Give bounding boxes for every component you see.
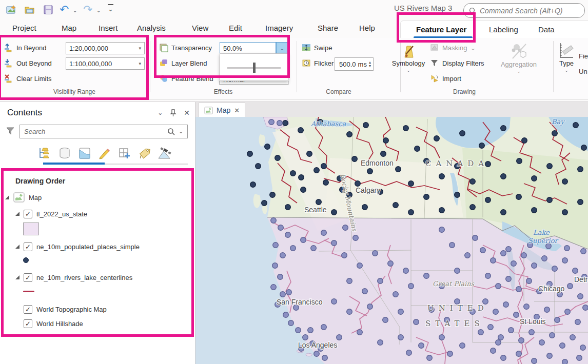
layer-world-topographic-map[interactable]: ✓ World Topographic Map xyxy=(0,302,195,316)
import-button[interactable]: Import xyxy=(430,74,461,83)
display-filters-button[interactable]: Display Filters xyxy=(430,58,484,68)
contents-search-input[interactable]: Search ⌄ xyxy=(19,125,188,138)
populated-place-point xyxy=(578,294,583,299)
populated-place-point xyxy=(285,232,291,238)
redo-icon[interactable]: ↷ xyxy=(83,3,92,16)
layer-checkbox[interactable]: ✓ xyxy=(24,242,32,251)
populated-place-point xyxy=(277,120,283,126)
transparency-slider-thumb[interactable] xyxy=(253,63,256,73)
polygon-symbol-row[interactable] xyxy=(0,221,195,236)
expander-icon[interactable] xyxy=(5,195,9,199)
populated-place-point xyxy=(347,132,352,137)
populated-place-point xyxy=(269,119,275,125)
layer-checkbox[interactable]: ✓ xyxy=(24,273,32,282)
transparency-dropdown-button[interactable]: ⌄ xyxy=(276,42,288,54)
line-symbol-row[interactable] xyxy=(0,285,195,298)
flicker-duration-spinner[interactable]: 500.0 ms ▴▾ xyxy=(335,57,374,71)
open-project-icon[interactable] xyxy=(25,5,35,15)
layer-blend-control[interactable]: Layer Blend xyxy=(159,58,207,68)
redo-dropdown-icon[interactable]: ⌄ xyxy=(96,8,101,13)
transparency-control[interactable]: Transparency xyxy=(159,43,212,52)
expander-icon[interactable] xyxy=(15,212,19,216)
layer-checkbox[interactable]: ✓ xyxy=(24,305,32,314)
populated-place-point xyxy=(547,353,553,359)
point-symbol-row[interactable] xyxy=(0,254,195,266)
polygon-symbol-swatch[interactable] xyxy=(23,223,39,235)
list-by-snapping-tab[interactable] xyxy=(117,146,132,160)
layer-ne-10m-populated-places[interactable]: ✓ ne_10m_populated_places_simple xyxy=(0,239,195,254)
out-beyond-combobox[interactable]: 1:100,000,000▾ xyxy=(66,57,145,70)
transparency-combobox[interactable]: 50.0% xyxy=(220,42,276,54)
tab-help[interactable]: Help xyxy=(359,24,375,32)
list-by-perspective-tab[interactable] xyxy=(157,146,172,160)
undo-dropdown-icon[interactable]: ⌄ xyxy=(73,8,77,13)
map-canvas[interactable]: AthabascaBayEdmontonCANADACalgaryRocky M… xyxy=(195,117,588,364)
list-by-drawing-order-tab[interactable] xyxy=(37,146,52,160)
map-view-tab[interactable]: Map ✕ xyxy=(199,103,245,117)
populated-place-point xyxy=(331,299,337,305)
masking-button[interactable]: Masking ⌄ xyxy=(430,43,476,52)
feature-blend-control[interactable]: Feature Blend xyxy=(159,74,213,83)
spinner-down-icon[interactable]: ▾ xyxy=(369,64,371,68)
line-symbol-swatch[interactable] xyxy=(23,291,34,292)
populated-place-point xyxy=(363,123,369,128)
out-beyond-label: Out Beyond xyxy=(16,59,52,67)
expander-icon[interactable] xyxy=(15,245,19,249)
tab-map[interactable]: Map xyxy=(62,24,76,32)
in-beyond-button[interactable]: In Beyond xyxy=(4,43,47,52)
pane-options-chevron-icon[interactable]: ⌄ xyxy=(158,109,163,116)
expander-icon[interactable] xyxy=(15,275,19,279)
close-view-icon[interactable]: ✕ xyxy=(234,107,240,114)
search-options-chevron-icon[interactable]: ⌄ xyxy=(179,129,183,134)
clear-limits-button[interactable]: Clear Limits xyxy=(4,74,52,83)
save-project-icon[interactable] xyxy=(43,5,53,15)
list-by-labeling-tab[interactable] xyxy=(137,146,152,160)
tab-share[interactable]: Share xyxy=(318,24,338,32)
populated-place-point xyxy=(514,312,519,318)
layer-world-hillshade[interactable]: ✓ World Hillshade xyxy=(0,316,195,331)
tab-view[interactable]: View xyxy=(192,24,208,32)
layer-checkbox[interactable]: ✓ xyxy=(24,210,32,218)
new-project-icon[interactable] xyxy=(6,5,16,15)
drawing-order-heading: Drawing Order xyxy=(15,177,195,185)
tab-project[interactable]: Project xyxy=(12,24,36,32)
list-by-selection-tab[interactable] xyxy=(77,146,92,160)
map-tree-item[interactable]: Map xyxy=(0,190,195,205)
customize-quick-access-icon[interactable]: ⌄ xyxy=(108,4,113,13)
swipe-button[interactable]: Swipe xyxy=(302,43,332,52)
out-beyond-button[interactable]: Out Beyond xyxy=(4,58,52,68)
populated-place-point xyxy=(308,328,313,333)
tab-data[interactable]: Data xyxy=(538,25,555,34)
command-search[interactable]: Command Search (Alt+Q) xyxy=(463,3,585,18)
tab-insert[interactable]: Insert xyxy=(99,24,118,32)
aggregation-button[interactable]: Aggregation ⌄ xyxy=(497,42,541,74)
layer-label: World Hillshade xyxy=(36,320,83,328)
list-by-editing-tab[interactable] xyxy=(97,146,112,160)
tab-imagery[interactable]: Imagery xyxy=(265,24,293,32)
extrusion-type-button[interactable]: Type ⌄ xyxy=(555,42,578,73)
populated-place-point xyxy=(321,325,327,330)
layer-tl-2022-us-state[interactable]: ✓ tl_2022_us_state xyxy=(0,207,195,221)
symbology-button[interactable]: Symbology ⌄ xyxy=(390,42,427,73)
layer-ne-10m-rivers[interactable]: ✓ ne_10m_rivers_lake_centerlines xyxy=(0,270,195,285)
tab-analysis[interactable]: Analysis xyxy=(137,24,166,32)
group-label-effects: Effects xyxy=(180,88,267,95)
populated-place-point xyxy=(532,263,537,269)
populated-place-point xyxy=(485,273,491,279)
filter-icon[interactable] xyxy=(6,127,14,135)
list-by-data-source-tab[interactable] xyxy=(57,146,72,160)
populated-place-point xyxy=(542,256,547,261)
tab-edit[interactable]: Edit xyxy=(229,24,242,32)
tab-feature-layer[interactable]: Feature Layer xyxy=(416,25,466,34)
tab-labeling[interactable]: Labeling xyxy=(489,25,518,34)
populated-place-point xyxy=(517,158,522,164)
in-beyond-combobox[interactable]: 1:20,000,000▾ xyxy=(66,42,145,54)
populated-place-point xyxy=(529,330,535,335)
pin-icon[interactable] xyxy=(170,109,177,117)
flicker-button[interactable]: Flicker xyxy=(302,58,334,68)
point-symbol-swatch[interactable] xyxy=(23,257,29,263)
close-pane-icon[interactable]: ✕ xyxy=(184,109,190,117)
layer-checkbox[interactable]: ✓ xyxy=(24,319,32,328)
populated-place-point xyxy=(496,284,501,289)
undo-icon[interactable]: ↶ xyxy=(60,3,69,16)
